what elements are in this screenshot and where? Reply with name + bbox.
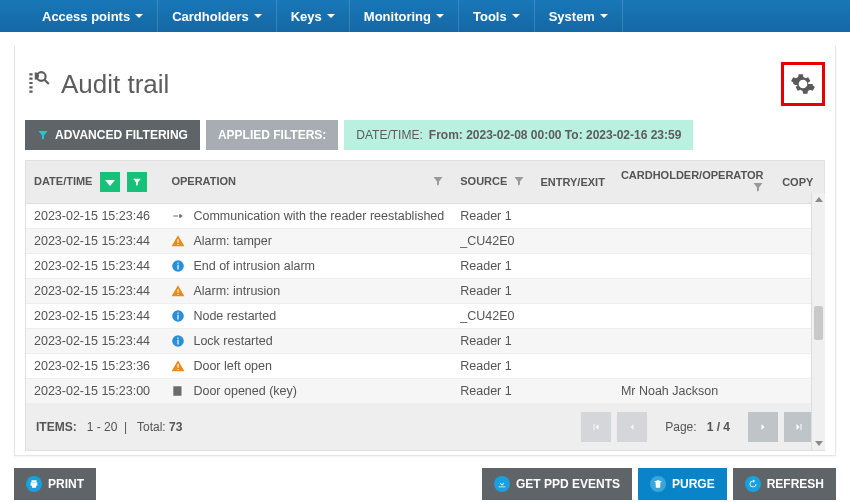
print-button[interactable]: PRINT [14,468,96,500]
col-entry-exit[interactable]: ENTRY/EXIT [533,161,613,204]
chevron-down-icon [327,14,335,18]
cell-source: Reader 1 [452,379,532,404]
cell-datetime: 2023-02-15 15:23:46 [26,204,163,229]
cell-source: Reader 1 [452,354,532,379]
cell-datetime: 2023-02-15 15:23:44 [26,229,163,254]
table-header-row: DATE/TIME OPERATION SOURCE ENTRY/EX [26,161,824,204]
info-icon [171,334,185,348]
cell-entry-exit [533,204,613,229]
last-page-button[interactable] [784,412,814,442]
next-page-button[interactable] [748,412,778,442]
cell-source: Reader 1 [452,204,532,229]
operation-text: Door opened (key) [193,384,297,398]
button-label: REFRESH [767,477,824,491]
cell-cardholder [613,204,772,229]
cell-cardholder: Mr Noah Jackson [613,379,772,404]
col-source[interactable]: SOURCE [452,161,532,204]
button-label: GET PPD EVENTS [516,477,620,491]
col-operation[interactable]: OPERATION [163,161,452,204]
action-bar: PRINT GET PPD EVENTS PURGE REFRESH [0,456,850,502]
cell-source: Reader 1 [452,329,532,354]
col-datetime[interactable]: DATE/TIME [26,161,163,204]
cell-entry-exit [533,379,613,404]
table-row[interactable]: 2023-02-15 15:23:44Node restarted_CU42E0 [26,304,824,329]
column-filter-button[interactable] [127,172,147,192]
get-ppd-events-button[interactable]: GET PPD EVENTS [482,468,632,500]
info-icon [171,309,185,323]
key-icon [171,384,185,398]
scrollbar[interactable] [811,193,825,450]
warning-icon [171,234,185,248]
table-row[interactable]: 2023-02-15 15:23:46Communication with th… [26,204,824,229]
nav-system[interactable]: System [535,0,623,32]
prev-page-button[interactable] [617,412,647,442]
sort-button[interactable] [100,172,120,192]
download-icon [494,476,510,492]
table-row[interactable]: 2023-02-15 15:23:00Door opened (key)Read… [26,379,824,404]
filter-chip-datetime[interactable]: DATE/TIME: From: 2023-02-08 00:00 To: 20… [344,120,693,150]
nav-label: Keys [291,9,322,24]
chevron-down-icon [512,14,520,18]
purge-button[interactable]: PURGE [638,468,727,500]
column-filter-icon[interactable] [432,175,444,189]
link-icon [171,209,185,223]
nav-label: System [549,9,595,24]
operation-text: Node restarted [193,309,276,323]
cell-entry-exit [533,254,613,279]
nav-access-points[interactable]: Access points [28,0,158,32]
nav-tools[interactable]: Tools [459,0,535,32]
cell-operation: End of intrusion alarm [163,254,452,279]
cell-datetime: 2023-02-15 15:23:00 [26,379,163,404]
cell-entry-exit [533,279,613,304]
applied-filters-label: APPLIED FILTERS: [206,120,338,150]
nav-cardholders[interactable]: Cardholders [158,0,277,32]
items-summary: ITEMS: 1 - 20 | Total: 73 [36,420,182,434]
trash-icon [650,476,666,492]
print-icon [26,476,42,492]
chevron-down-icon [135,14,143,18]
settings-button[interactable] [781,62,825,106]
operation-text: Door left open [193,359,272,373]
cell-operation: Lock restarted [163,329,452,354]
nav-keys[interactable]: Keys [277,0,350,32]
table-row[interactable]: 2023-02-15 15:23:44Alarm: tamper_CU42E0 [26,229,824,254]
cell-cardholder [613,279,772,304]
cell-operation: Communication with the reader reestablis… [163,204,452,229]
operation-text: Communication with the reader reestablis… [193,209,444,223]
page-title: Audit trail [61,69,169,100]
nav-label: Access points [42,9,130,24]
first-page-button[interactable] [581,412,611,442]
filter-icon [37,129,49,141]
cell-source: Reader 1 [452,279,532,304]
cell-entry-exit [533,304,613,329]
cell-entry-exit [533,329,613,354]
table-row[interactable]: 2023-02-15 15:23:44Lock restartedReader … [26,329,824,354]
page-indicator: Page: 1 / 4 [665,420,730,434]
button-label: ADVANCED FILTERING [55,128,188,142]
cell-cardholder [613,304,772,329]
page-header: Audit trail [25,56,825,120]
advanced-filtering-button[interactable]: ADVANCED FILTERING [25,120,200,150]
table-row[interactable]: 2023-02-15 15:23:44Alarm: intrusionReade… [26,279,824,304]
cell-operation: Node restarted [163,304,452,329]
cell-datetime: 2023-02-15 15:23:36 [26,354,163,379]
main-navbar: Access points Cardholders Keys Monitorin… [0,0,850,32]
cell-datetime: 2023-02-15 15:23:44 [26,329,163,354]
refresh-icon [745,476,761,492]
cell-operation: Door opened (key) [163,379,452,404]
cell-cardholder [613,254,772,279]
cell-operation: Door left open [163,354,452,379]
nav-label: Cardholders [172,9,249,24]
table-row[interactable]: 2023-02-15 15:23:44End of intrusion alar… [26,254,824,279]
col-cardholder[interactable]: CARDHOLDER/OPERATOR [613,161,772,204]
table-row[interactable]: 2023-02-15 15:23:36Door left openReader … [26,354,824,379]
column-filter-icon[interactable] [752,181,764,195]
cell-datetime: 2023-02-15 15:23:44 [26,279,163,304]
column-filter-icon[interactable] [513,175,525,189]
cell-source: _CU42E0 [452,304,532,329]
scroll-down-icon [815,441,823,446]
nav-monitoring[interactable]: Monitoring [350,0,459,32]
refresh-button[interactable]: REFRESH [733,468,836,500]
cell-entry-exit [533,354,613,379]
cell-source: Reader 1 [452,254,532,279]
